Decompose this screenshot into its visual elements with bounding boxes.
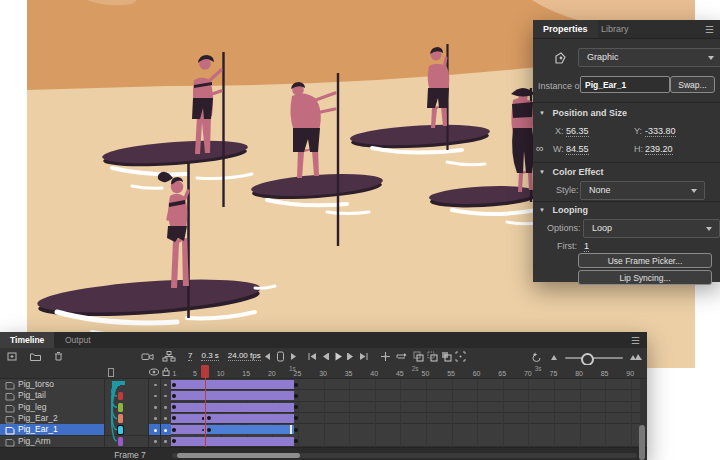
ruler-frame-number: 25 [294,370,302,377]
layer-row-Pig_Arm[interactable]: Pig_Arm [0,436,104,448]
end-keyframe-dot[interactable] [294,428,298,432]
first-frame-value[interactable]: 1 [584,241,589,252]
chevron-down-icon [706,227,712,231]
ruler-frame-number: 50 [422,370,430,377]
tab-output[interactable]: Output [55,332,101,348]
add-camera-button[interactable] [141,350,154,363]
enlarge-frames-icon[interactable] [629,352,643,364]
end-keyframe-dot[interactable] [294,394,298,398]
current-frame-readout[interactable]: 7 [188,351,192,361]
timeline-zoom-slider[interactable] [565,357,623,359]
tab-timeline[interactable]: Timeline [0,332,54,348]
properties-panel: Properties Library ☰ Graphic Instance of… [533,20,720,282]
layer-name: Pig_tail [18,390,46,401]
end-keyframe-dot[interactable] [294,405,298,409]
current-frame-box-icon[interactable] [275,350,288,363]
instance-name-field[interactable] [580,76,670,93]
show-parenting-view-button[interactable] [162,350,175,363]
panel-menu-icon[interactable]: ☰ [705,24,714,35]
symbol-type-dropdown[interactable]: Graphic [578,48,720,67]
new-folder-button[interactable] [29,350,42,363]
w-value[interactable]: 84.55 [566,144,589,155]
keyframe-dot[interactable] [172,394,176,398]
color-effect-section-header[interactable]: ▼ Color Effect [539,167,603,177]
position-size-section-header[interactable]: ▼ Position and Size [539,108,627,118]
frame-row-Pig_Arm[interactable] [171,436,640,447]
tween-span[interactable] [171,414,294,423]
onion-skin-button[interactable] [412,350,425,363]
center-frame-button[interactable] [379,350,392,363]
ruler-frame-number: 20 [268,370,276,377]
use-frame-picker-button[interactable]: Use Frame Picker... [578,253,712,268]
go-to-first-frame-button[interactable] [306,350,319,363]
loop-range-forward-icon[interactable] [288,350,301,363]
looping-section-header[interactable]: ▼ Looping [539,205,588,215]
selected-tween-span[interactable] [207,425,294,434]
layer-name: Pig_Ear_2 [18,413,58,424]
playhead-line[interactable] [205,365,207,447]
reset-timeline-zoom-button[interactable] [530,351,543,364]
layer-name: Pig_Ear_1 [18,424,58,435]
h-label: H: [634,144,643,154]
tween-span[interactable] [171,403,294,412]
parenting-curves [104,379,172,447]
timeline-body: 1s2s3s1510152025303540455055606570758085… [0,365,647,460]
go-to-last-frame-button[interactable] [358,350,371,363]
tween-span[interactable] [171,380,294,389]
show-hide-column-eye-icon[interactable] [148,367,160,377]
frames-grid[interactable] [171,379,640,447]
frame-row-Pig_tail[interactable] [171,390,640,401]
loop-range-back-icon[interactable] [262,350,275,363]
keyframe-dot[interactable] [172,405,176,409]
timeline-panel-menu-icon[interactable]: ☰ [631,335,640,346]
end-keyframe-dot[interactable] [294,383,298,387]
collapse-triangle-icon: ▼ [539,110,545,116]
horizontal-scrollbar[interactable] [172,453,637,458]
ruler-frame-number: 35 [345,370,353,377]
horizontal-scrollbar-thumb[interactable] [177,453,300,458]
parenting-column-icon [107,367,115,378]
color-style-dropdown[interactable]: None [580,181,705,200]
loop-playback-button[interactable] [394,350,407,363]
looping-options-dropdown[interactable]: Loop [583,219,720,238]
frame-rate-readout[interactable]: 24.00 fps [228,351,261,361]
tab-properties[interactable]: Properties [533,20,598,38]
y-value[interactable]: -333.80 [645,126,676,137]
frame-row-Pig_Ear_2[interactable] [171,413,640,424]
x-value[interactable]: 56.35 [566,126,589,137]
tab-library[interactable]: Library [591,20,639,38]
frame-row-Pig_leg[interactable] [171,402,640,413]
end-keyframe-dot[interactable] [294,416,298,420]
h-value[interactable]: 239.20 [645,144,673,155]
layer-icon [5,404,15,413]
timeline-readouts: 7 0.3 s 24.00 fps [188,351,261,361]
keyframe-dot[interactable] [172,383,176,387]
ruler-frame-number: 75 [550,370,558,377]
layer-name: Pig_Arm [18,436,51,447]
vertical-scrollbar-thumb[interactable] [639,425,645,460]
graphic-symbol-icon [553,51,568,68]
edit-multiple-frames-button[interactable] [440,350,453,363]
delete-layer-button[interactable] [52,350,65,363]
step-forward-button[interactable] [345,350,358,363]
step-back-button[interactable] [319,350,332,363]
shrink-frames-icon[interactable] [549,352,559,364]
link-dimensions-icon[interactable]: ∞ [536,142,544,154]
keyframe-dot[interactable] [172,439,176,443]
tween-span[interactable] [171,437,294,446]
new-layer-button[interactable] [6,350,19,363]
play-button[interactable] [332,350,345,363]
swap-button[interactable]: Swap... [670,76,715,93]
onion-skin-outlines-button[interactable] [426,350,439,363]
frame-row-Pig_Ear_1[interactable] [171,424,640,435]
end-keyframe-dot[interactable] [294,439,298,443]
timeline-ruler[interactable]: 1s2s3s1510152025303540455055606570758085… [0,365,647,379]
lock-column-icon[interactable] [161,366,171,377]
tween-span[interactable] [171,391,294,400]
ruler-frame-number: 30 [319,370,327,377]
lip-syncing-button[interactable]: Lip Syncing... [578,270,712,285]
frame-row-Pig_torso[interactable] [171,379,640,390]
elapsed-time-readout[interactable]: 0.3 s [201,351,218,361]
modify-markers-button[interactable] [454,350,467,363]
keyframe-dot[interactable] [172,428,176,432]
